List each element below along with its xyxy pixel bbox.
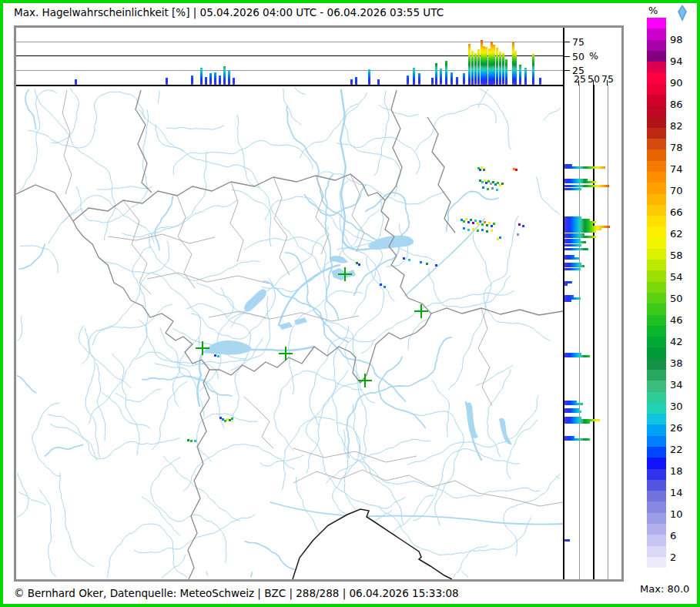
scale-cell bbox=[647, 95, 666, 106]
histogram-bar bbox=[564, 236, 596, 238]
gridline-25 bbox=[579, 85, 580, 579]
hail-cell bbox=[187, 439, 189, 441]
hail-cell bbox=[483, 169, 485, 171]
scale-label: 90 bbox=[670, 77, 693, 89]
top-axis-label-50: 50 bbox=[572, 51, 589, 62]
histogram-bar bbox=[564, 421, 590, 424]
hail-cell bbox=[484, 221, 486, 223]
hail-cell bbox=[472, 222, 474, 224]
histogram-bar bbox=[564, 181, 596, 183]
river bbox=[343, 104, 400, 196]
hail-cell bbox=[490, 183, 492, 185]
river bbox=[51, 424, 97, 460]
histogram-bar bbox=[377, 79, 380, 85]
river bbox=[122, 152, 207, 237]
histogram-bar bbox=[368, 69, 370, 85]
map-canvas[interactable] bbox=[16, 86, 563, 579]
river bbox=[18, 376, 36, 393]
lake-maggiore bbox=[466, 403, 478, 438]
hail-cell bbox=[481, 229, 484, 231]
histogram-bar bbox=[445, 61, 447, 85]
scale-label: 66 bbox=[670, 206, 693, 218]
sea-fill bbox=[293, 509, 452, 579]
scale-cell bbox=[647, 106, 666, 116]
hail-cell bbox=[356, 262, 358, 264]
scale-cell bbox=[647, 183, 666, 193]
scale-cell bbox=[647, 535, 666, 545]
hail-cell bbox=[488, 222, 491, 224]
gridline-75 bbox=[608, 85, 608, 579]
histogram-bar bbox=[564, 185, 609, 187]
hail-cell-layer bbox=[187, 166, 524, 442]
river bbox=[89, 320, 147, 424]
histogram-bar bbox=[539, 78, 541, 85]
river bbox=[326, 404, 360, 484]
hail-cell bbox=[435, 264, 437, 267]
scale-cell bbox=[647, 347, 666, 358]
scale-cell bbox=[647, 51, 666, 62]
scale-cell bbox=[647, 469, 666, 480]
scale-cell bbox=[647, 161, 666, 172]
histogram-bar bbox=[564, 300, 571, 302]
top-histogram bbox=[16, 28, 563, 86]
histogram-bar bbox=[564, 265, 584, 267]
app-window: Max. Hagelwahrscheinlichkeit [%] | 05.04… bbox=[0, 0, 700, 607]
hail-cell bbox=[486, 230, 488, 233]
histogram-bar bbox=[564, 403, 583, 405]
top-axis-unit: % bbox=[589, 50, 598, 62]
scale-cell bbox=[647, 392, 666, 403]
scale-cell bbox=[647, 458, 666, 468]
river bbox=[379, 357, 425, 428]
river bbox=[116, 389, 160, 402]
scale-label: 30 bbox=[670, 401, 693, 412]
scale-cell bbox=[647, 29, 666, 39]
scale-label: 86 bbox=[670, 99, 693, 110]
map-area[interactable] bbox=[16, 86, 563, 579]
river bbox=[480, 89, 511, 149]
scale-cell bbox=[647, 194, 666, 205]
hail-cell bbox=[461, 219, 463, 221]
river bbox=[112, 354, 139, 454]
scale-cell bbox=[647, 270, 666, 281]
river bbox=[360, 461, 540, 498]
river bbox=[35, 89, 116, 240]
scale-cell bbox=[647, 337, 666, 347]
river bbox=[59, 473, 94, 566]
river bbox=[45, 444, 82, 456]
hail-cell bbox=[470, 219, 472, 221]
river bbox=[135, 515, 255, 553]
river bbox=[155, 196, 172, 250]
scale-cell bbox=[647, 238, 666, 249]
scale-cell bbox=[647, 447, 666, 458]
hail-cell bbox=[194, 440, 196, 442]
scale-cell bbox=[647, 381, 666, 391]
histogram-bar bbox=[564, 438, 590, 441]
scale-label: 2 bbox=[670, 552, 693, 563]
max-value-label: Max: 80.0 bbox=[640, 583, 689, 595]
river bbox=[544, 109, 561, 121]
river bbox=[32, 403, 61, 476]
histogram-bar bbox=[524, 68, 527, 85]
river bbox=[159, 91, 160, 103]
histogram-bar bbox=[564, 244, 581, 246]
histogram-bar bbox=[413, 68, 415, 85]
scale-cell bbox=[647, 524, 666, 535]
lake-zurich bbox=[330, 256, 348, 263]
histogram-bar bbox=[456, 77, 458, 85]
scale-label: 34 bbox=[670, 379, 693, 391]
color-scale bbox=[647, 18, 666, 568]
river bbox=[414, 449, 520, 521]
scale-cell bbox=[647, 436, 666, 447]
scale-label: 6 bbox=[670, 530, 693, 542]
scale-cell bbox=[647, 513, 666, 524]
hail-cell bbox=[474, 220, 477, 222]
histogram-bar bbox=[191, 75, 193, 85]
hail-cell bbox=[481, 223, 484, 226]
histogram-bar bbox=[564, 411, 581, 413]
river bbox=[306, 381, 366, 473]
histogram-bar bbox=[219, 75, 221, 85]
scale-cell bbox=[647, 216, 666, 226]
scale-cell bbox=[647, 172, 666, 183]
scale-label: 14 bbox=[670, 487, 693, 498]
hail-cell bbox=[358, 263, 360, 266]
